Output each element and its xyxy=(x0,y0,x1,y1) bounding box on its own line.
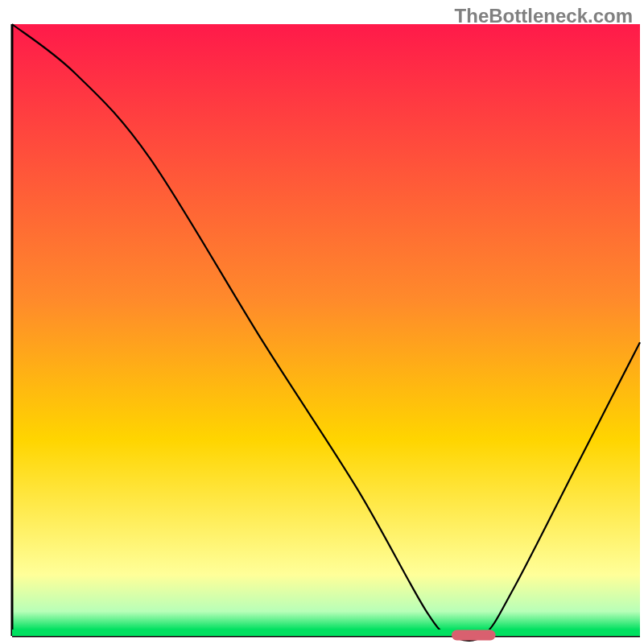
gradient-background xyxy=(12,24,640,636)
green-baseline xyxy=(12,630,640,636)
sweet-spot-marker xyxy=(452,630,496,641)
bottleneck-chart xyxy=(0,0,644,644)
